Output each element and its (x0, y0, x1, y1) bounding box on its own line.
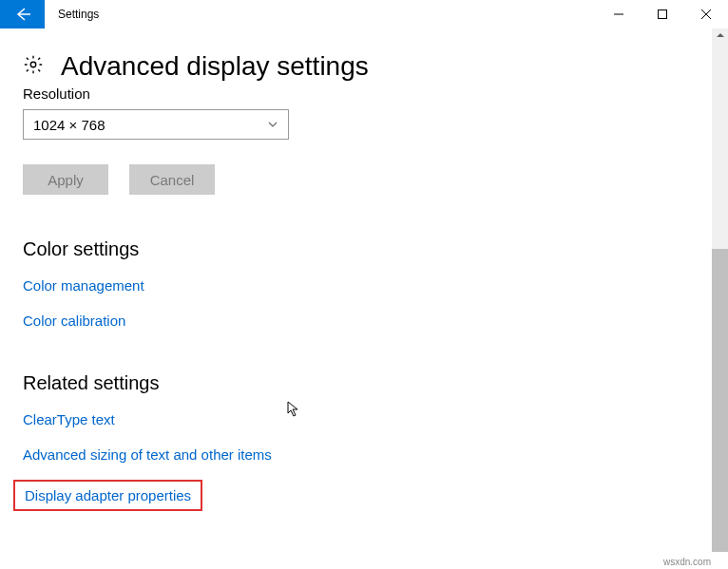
cleartype-link[interactable]: ClearType text (23, 411, 115, 427)
gear-icon (23, 54, 44, 79)
display-adapter-link[interactable]: Display adapter properties (25, 487, 191, 503)
color-management-link[interactable]: Color management (23, 277, 144, 294)
scrollbar[interactable] (712, 28, 728, 552)
window-title: Settings (45, 0, 597, 28)
content-area: Advanced display settings Resolution 102… (0, 28, 728, 569)
resolution-label: Resolution (23, 85, 705, 102)
color-settings-heading: Color settings (23, 238, 705, 260)
page-title: Advanced display settings (61, 51, 369, 82)
window-controls (597, 0, 728, 28)
resolution-select[interactable]: 1024 × 768 (23, 109, 289, 140)
watermark: wsxdn.com (663, 557, 711, 567)
scroll-up-icon[interactable] (712, 30, 728, 40)
color-calibration-link[interactable]: Color calibration (23, 313, 125, 329)
minimize-button[interactable] (597, 0, 641, 28)
highlight-annotation: Display adapter properties (13, 480, 202, 511)
maximize-button[interactable] (641, 0, 684, 28)
titlebar: Settings (0, 0, 728, 28)
resolution-value: 1024 × 768 (33, 117, 105, 133)
apply-button[interactable]: Apply (23, 164, 108, 195)
svg-point-1 (30, 62, 36, 67)
close-button[interactable] (684, 0, 728, 28)
svg-rect-0 (659, 10, 667, 19)
related-settings-heading: Related settings (23, 372, 705, 394)
chevron-down-icon (267, 117, 278, 133)
back-button[interactable] (0, 0, 45, 28)
scrollbar-thumb[interactable] (712, 249, 728, 552)
button-row: Apply Cancel (23, 164, 705, 195)
page-header: Advanced display settings (23, 28, 705, 89)
cancel-button[interactable]: Cancel (129, 164, 215, 195)
advanced-sizing-link[interactable]: Advanced sizing of text and other items (23, 446, 272, 463)
